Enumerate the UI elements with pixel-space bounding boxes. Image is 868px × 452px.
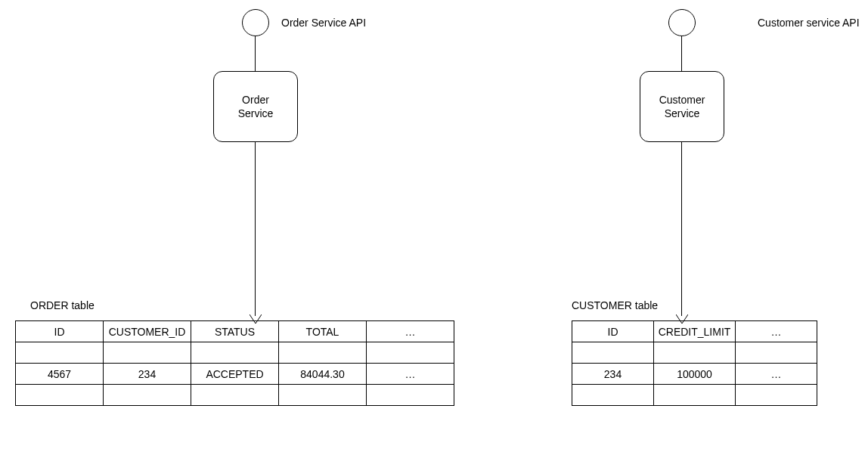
order-api-connector — [255, 36, 256, 71]
table-header-row: ID CUSTOMER_ID STATUS TOTAL … — [16, 321, 454, 342]
table-row — [572, 385, 817, 406]
order-service-label: Order Service — [238, 93, 274, 120]
customer-api-lollipop — [668, 9, 696, 36]
customer-service-arrow-line — [681, 142, 682, 316]
order-table-title: ORDER table — [30, 299, 95, 311]
col-id: ID — [16, 321, 104, 342]
col-ellipsis: … — [367, 321, 454, 342]
order-table: ID CUSTOMER_ID STATUS TOTAL … 4567 234 A… — [15, 320, 454, 406]
customer-api-connector — [681, 36, 682, 71]
table-header-row: ID CREDIT_LIMIT … — [572, 321, 817, 342]
col-total: TOTAL — [279, 321, 367, 342]
col-status: STATUS — [191, 321, 279, 342]
order-service-arrow-line — [255, 142, 256, 316]
table-row — [572, 342, 817, 364]
customer-service-label: Customer Service — [659, 93, 705, 120]
customer-api-label: Customer service API — [758, 17, 860, 29]
customer-table: ID CREDIT_LIMIT … 234 100000 … — [572, 320, 817, 406]
order-api-lollipop — [242, 9, 269, 36]
order-api-label: Order Service API — [281, 17, 366, 29]
order-service-box: Order Service — [213, 71, 298, 142]
table-row — [16, 385, 454, 406]
col-credit-limit: CREDIT_LIMIT — [654, 321, 736, 342]
col-id: ID — [572, 321, 654, 342]
col-customer-id: CUSTOMER_ID — [104, 321, 191, 342]
customer-table-title: CUSTOMER table — [572, 299, 658, 311]
customer-service-box: Customer Service — [640, 71, 724, 142]
table-row: 4567 234 ACCEPTED 84044.30 … — [16, 364, 454, 385]
table-row — [16, 342, 454, 364]
col-ellipsis: … — [736, 321, 817, 342]
table-row: 234 100000 … — [572, 364, 817, 385]
